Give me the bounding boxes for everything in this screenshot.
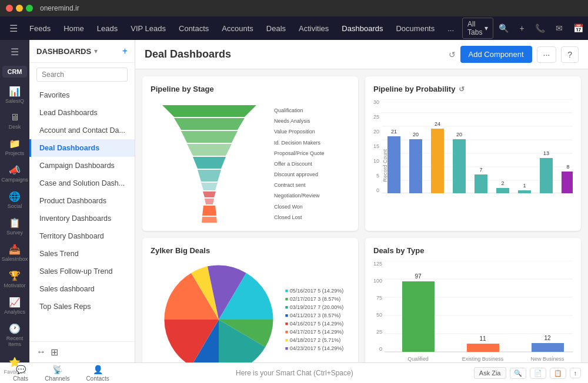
bottom-search-icon[interactable]: 🔍: [510, 368, 526, 379]
sidebar-item-top-sales[interactable]: Top Sales Reps: [29, 298, 135, 315]
sidebar-item-sales-followup[interactable]: Sales Follow-up Trend: [29, 263, 135, 280]
svg-text:New Business: New Business: [531, 356, 565, 362]
sidebar-grid-icon[interactable]: ⊞: [51, 347, 58, 358]
bottom-doc-icon[interactable]: 📄: [530, 368, 546, 379]
pipeline-by-stage-chart: Qualification Needs Analysis Value Propo…: [151, 99, 350, 223]
sidebar-icon-campaigns[interactable]: 📣 Campaigns: [1, 161, 28, 186]
sidebar-icon-analytics[interactable]: 📈 Analytics: [1, 293, 28, 318]
probability-refresh-icon[interactable]: ↺: [459, 85, 465, 93]
help-button[interactable]: ?: [561, 46, 579, 63]
content-area: Deal Dashboards ↺ Add Component ··· ? Pi…: [135, 40, 588, 362]
bottom-list-icon[interactable]: 📋: [550, 368, 566, 379]
sidebar-icon-survey[interactable]: 📋 Survey: [1, 214, 28, 239]
zylker-big-deals-title: Zylker Big Deals: [151, 246, 350, 255]
y-axis-labels: 30 25 20 15 10 5 0: [373, 99, 382, 193]
sidebar-item-deal-dashboards[interactable]: Deal Dashboards: [29, 139, 135, 157]
svg-text:12: 12: [544, 335, 551, 341]
sidebar-item-campaign[interactable]: Campaign Dashboards: [29, 157, 135, 174]
sidebar-icon-recent[interactable]: 🕐 Recent Items: [1, 320, 28, 351]
search-icon[interactable]: 🔍: [495, 21, 513, 36]
sidebar-search-input[interactable]: [36, 68, 128, 82]
nav-leads[interactable]: Leads: [91, 21, 123, 36]
svg-rect-56: [402, 281, 435, 352]
icon-sidebar: ☰ CRM 📊 SalesIQ 🖥 Desk 📁 Projects 📣 Camp…: [0, 40, 29, 362]
sidebar-item-favorites[interactable]: Favorites: [29, 86, 135, 104]
sidebar-add-icon[interactable]: +: [122, 46, 128, 56]
sidebar-icon-crm[interactable]: CRM: [1, 62, 28, 81]
nav-contacts[interactable]: Contacts: [173, 21, 215, 36]
sidebar-icon-desk[interactable]: 🖥 Desk: [1, 109, 28, 133]
svg-text:7: 7: [480, 167, 483, 173]
svg-marker-8: [205, 199, 214, 204]
sidebar-item-territory[interactable]: Territory Dashboard: [29, 227, 135, 245]
calendar-icon[interactable]: 📅: [569, 21, 587, 36]
sidebar-collapse-icon[interactable]: ↔: [36, 347, 46, 358]
smart-chat-text: Here is your Smart Chat (Ctrl+Space): [115, 369, 474, 377]
svg-rect-31: [518, 190, 531, 193]
sidebar-dropdown-icon[interactable]: ▾: [94, 47, 98, 55]
sidebar-title: DASHBOARDS: [36, 47, 91, 56]
sidebar-item-case-solution[interactable]: Case and Solution Dash...: [29, 174, 135, 192]
bottom-upload-icon[interactable]: ↑: [570, 368, 582, 378]
svg-text:21: 21: [391, 129, 397, 135]
nav-deals[interactable]: Deals: [260, 21, 292, 36]
ask-zia-button[interactable]: Ask Zia: [474, 367, 506, 379]
sidebar-item-account-contact[interactable]: Account and Contact Da...: [29, 122, 135, 139]
email-icon[interactable]: ✉: [552, 21, 567, 36]
call-icon[interactable]: 📞: [531, 21, 549, 36]
pipeline-by-probability-card: Pipeline by Probability ↺ 30 25 20 15 10…: [365, 76, 581, 231]
bottom-tab-contacts[interactable]: 👤 Contacts: [80, 364, 115, 383]
all-tabs-dropdown[interactable]: All Tabs ▾: [462, 18, 493, 39]
bottom-tabs: 💬 Chats 📡 Channels 👤 Contacts: [7, 364, 115, 383]
sidebar-item-product[interactable]: Product Dashboards: [29, 192, 135, 210]
sidebar-icon-salesinbox[interactable]: 📥 SalesInbox: [1, 240, 28, 266]
nav-accounts[interactable]: Accounts: [216, 21, 259, 36]
nav-vip-leads[interactable]: VIP Leads: [125, 21, 172, 36]
sidebar-item-inventory[interactable]: Inventory Dashboards: [29, 210, 135, 227]
bottom-bar: 💬 Chats 📡 Channels 👤 Contacts Here is yo…: [0, 362, 588, 383]
channels-icon: 📡: [52, 365, 62, 374]
sidebar-icon-projects[interactable]: 📁 Projects: [1, 135, 28, 160]
svg-rect-60: [532, 343, 564, 352]
refresh-icon[interactable]: ↺: [449, 50, 456, 59]
maximize-button[interactable]: [26, 5, 33, 12]
svg-marker-3: [187, 144, 232, 156]
nav-activities[interactable]: Activities: [293, 21, 335, 36]
nav-right-actions: 🔍 + 📞 ✉ 📅 🔔9 ⚙ 👤: [495, 21, 588, 36]
pie-chart-svg: [157, 258, 280, 362]
nav-feeds[interactable]: Feeds: [24, 21, 56, 36]
sidebar-icon-salesiq[interactable]: 📊 SalesIQ: [1, 82, 28, 107]
minimize-button[interactable]: [16, 5, 23, 12]
pie-labels: ■ 05/16/2017 5 (14.29%) ■ 02/17/2017 3 (…: [285, 288, 344, 351]
sidebar-item-sales-trend[interactable]: Sales Trend: [29, 245, 135, 263]
nav-more[interactable]: ...: [442, 21, 460, 36]
nav-home[interactable]: Home: [58, 21, 90, 36]
svg-text:24: 24: [435, 121, 440, 127]
nav-documents[interactable]: Documents: [390, 21, 440, 36]
sidebar-item-lead-dashboards[interactable]: Lead Dashboards: [29, 104, 135, 122]
bottom-right-actions: Ask Zia 🔍 📄 📋 ↑: [474, 367, 581, 379]
app-title: oneremind.ir: [40, 4, 79, 12]
bottom-tab-chats[interactable]: 💬 Chats: [7, 364, 34, 383]
sidebar-item-sales-dashboard[interactable]: Sales dashboard: [29, 280, 135, 298]
hamburger-icon[interactable]: ☰: [5, 19, 22, 38]
svg-text:1: 1: [523, 183, 526, 189]
header-actions: ↺ Add Component ··· ?: [449, 46, 579, 63]
page-title: Deal Dashboards: [145, 48, 231, 61]
bottom-tab-channels[interactable]: 📡 Channels: [39, 364, 75, 383]
sidebar-icon-motivator[interactable]: 🏆 Motivator: [1, 267, 28, 292]
svg-text:20: 20: [456, 132, 462, 137]
deals-y-axis: 125 100 75 50 25 0: [373, 261, 385, 352]
deals-type-svg: 97 11 12 Qualified Existing Business New…: [385, 261, 573, 362]
add-icon[interactable]: +: [515, 21, 528, 36]
sidebar-icon-social[interactable]: 🌐 Social: [1, 187, 28, 213]
sidebar-search: [29, 63, 135, 86]
add-component-button[interactable]: Add Component: [460, 46, 532, 63]
svg-text:2: 2: [502, 180, 505, 186]
deals-by-type-title: Deals by Type: [373, 246, 573, 255]
deals-type-chart-area: 125 100 75 50 25 0: [373, 261, 573, 362]
nav-dashboards[interactable]: Dashboards: [336, 21, 389, 36]
sidebar-icon-menu[interactable]: ☰: [1, 43, 28, 61]
close-button[interactable]: [6, 5, 13, 12]
more-options-button[interactable]: ···: [537, 46, 557, 63]
